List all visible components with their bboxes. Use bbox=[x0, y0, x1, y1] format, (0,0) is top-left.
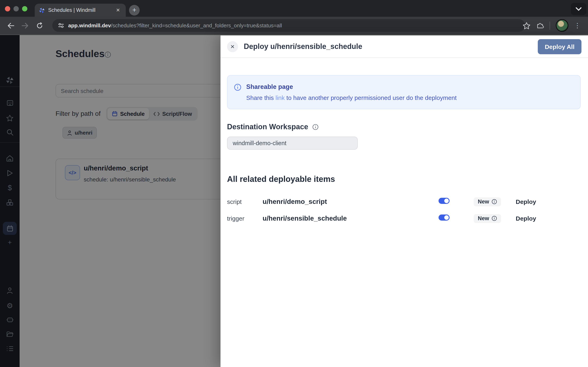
url-text: app.windmill.dev/schedules?filter_kind=s… bbox=[68, 22, 282, 29]
info-icon[interactable] bbox=[492, 216, 497, 221]
browser-toolbar: app.windmill.dev/schedules?filter_kind=s… bbox=[0, 17, 588, 34]
info-icon bbox=[312, 124, 318, 130]
minimize-window-button[interactable] bbox=[13, 6, 19, 11]
tab-close-icon[interactable]: ✕ bbox=[114, 7, 122, 14]
deployable-items-heading: All related deployable items bbox=[227, 175, 581, 184]
toggle-knob bbox=[444, 215, 449, 220]
info-icon[interactable] bbox=[492, 199, 497, 204]
deployable-row: script u/henri/demo_script New Deploy bbox=[227, 193, 581, 210]
close-window-button[interactable] bbox=[5, 6, 10, 11]
deployable-rows: script u/henri/demo_script New Deploy tr… bbox=[227, 193, 581, 227]
deploy-drawer: ✕ Deploy u/henri/sensible_schedule Deplo… bbox=[221, 35, 588, 367]
include-toggle[interactable] bbox=[439, 198, 450, 204]
tab-title: Schedules | Windmill bbox=[48, 7, 114, 13]
drawer-header: ✕ Deploy u/henri/sensible_schedule Deplo… bbox=[221, 35, 588, 58]
status-badge: New bbox=[474, 197, 501, 206]
close-drawer-button[interactable]: ✕ bbox=[227, 41, 238, 52]
window-controls bbox=[5, 6, 27, 11]
destination-workspace-input[interactable]: windmill-demo-client bbox=[227, 137, 358, 150]
screen: Schedules | Windmill ✕ + app.windmill.de… bbox=[0, 0, 588, 367]
destination-workspace-heading: Destination Workspace bbox=[227, 123, 308, 131]
banner-text-before: Share this bbox=[246, 94, 276, 101]
banner-text: Share this link to have another properly… bbox=[246, 94, 457, 101]
deploy-link[interactable]: Deploy bbox=[516, 215, 536, 222]
include-toggle[interactable] bbox=[439, 215, 450, 221]
toggle-knob bbox=[444, 199, 449, 203]
browser-menu-icon[interactable]: ⋮ bbox=[574, 22, 581, 29]
url-host: app.windmill.dev bbox=[68, 22, 111, 29]
profile-avatar[interactable] bbox=[556, 19, 568, 32]
shareable-page-banner: Shareable page Share this link to have a… bbox=[227, 75, 581, 109]
windmill-favicon bbox=[39, 7, 45, 13]
deploy-all-button[interactable]: Deploy All bbox=[538, 39, 581, 54]
deployable-row: trigger u/henri/sensible_schedule New De… bbox=[227, 210, 581, 227]
browser-tab[interactable]: Schedules | Windmill ✕ bbox=[35, 4, 126, 17]
extensions-icon[interactable] bbox=[536, 22, 544, 29]
url-bar[interactable]: app.windmill.dev/schedules?filter_kind=s… bbox=[52, 19, 525, 32]
toolbar-separator bbox=[550, 21, 550, 30]
item-path: u/henri/sensible_schedule bbox=[263, 215, 439, 222]
new-tab-button[interactable]: + bbox=[129, 5, 140, 16]
chevron-down-icon bbox=[576, 7, 581, 11]
forward-button[interactable] bbox=[20, 20, 30, 31]
drawer-title: Deploy u/henri/sensible_schedule bbox=[244, 42, 362, 51]
tab-search-button[interactable] bbox=[571, 3, 586, 15]
deploy-link[interactable]: Deploy bbox=[516, 198, 536, 205]
status-badge-label: New bbox=[478, 215, 489, 221]
zoom-window-button[interactable] bbox=[22, 6, 27, 11]
item-kind-label: script bbox=[227, 198, 263, 205]
bookmark-star-icon[interactable] bbox=[523, 22, 530, 29]
banner-text-after: to have another properly permissioned us… bbox=[285, 94, 457, 101]
site-settings-icon[interactable] bbox=[58, 23, 64, 28]
browser-tabstrip: Schedules | Windmill ✕ + bbox=[0, 0, 588, 17]
back-button[interactable] bbox=[5, 20, 16, 31]
item-path: u/henri/demo_script bbox=[263, 198, 439, 206]
info-icon bbox=[234, 83, 241, 101]
status-badge-label: New bbox=[478, 199, 489, 205]
item-kind-label: trigger bbox=[227, 215, 263, 222]
banner-title: Shareable page bbox=[246, 83, 457, 91]
url-path: /schedules?filter_kind=schedule&user_and… bbox=[111, 22, 282, 29]
reload-button[interactable] bbox=[34, 20, 45, 31]
share-link[interactable]: link bbox=[276, 94, 285, 101]
status-badge: New bbox=[474, 214, 501, 223]
